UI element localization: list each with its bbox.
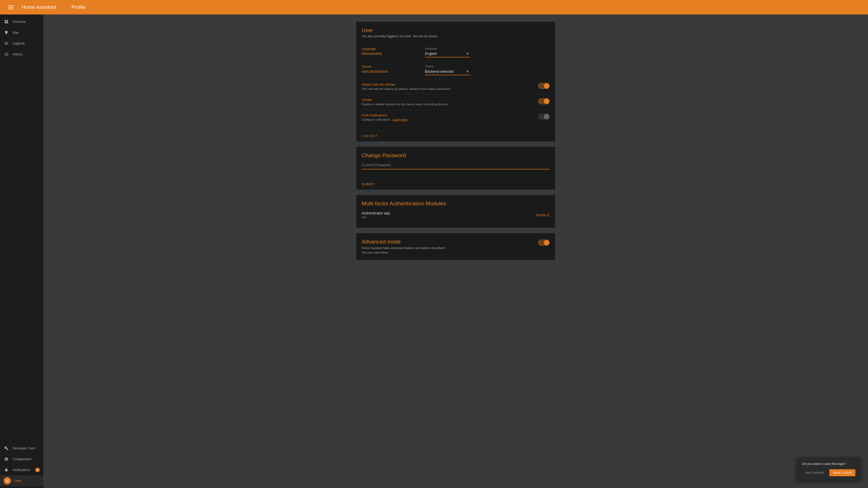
hide-sidebar-toggle[interactable] [538,83,550,89]
sidebar-item-configuration[interactable]: Configuration [0,454,43,464]
advanced-mode-toggle[interactable] [538,239,550,246]
vibrate-row: Vibrate Enable or disable vibration on t… [362,94,550,110]
advanced-mode-card-content: Advanced mode Home Assistant hides advan… [356,233,555,260]
vibrate-desc: Enable or disable vibration on this devi… [362,103,538,106]
menu-button[interactable] [0,0,22,14]
hide-sidebar-row: Always hide the sidebar This will hide t… [362,79,550,94]
notifications-badge: 1 [35,468,40,472]
history-icon [4,52,9,57]
sidebar-item-developer-tools[interactable]: Developer Tools [0,443,43,454]
push-notifications-row: Push Notifications Configure notify.html… [362,110,550,125]
save-login-popup: Do you want to save this login? NO THANK… [797,457,861,481]
advanced-mode-card: Advanced mode Home Assistant hides advan… [356,233,555,260]
top-bar: Home Assistant Profile [0,0,868,14]
theme-select-wrapper: Backend-selected default ▾ [425,69,470,75]
theme-label: Theme [362,65,425,68]
log-out-button[interactable]: LOG OUT [356,130,555,141]
sidebar-item-map[interactable]: Map [0,27,43,38]
app-title: Home Assistant [22,4,64,10]
svg-rect-0 [8,5,13,6]
user-card-content: User You are currently logged in as User… [356,22,555,130]
main-layout: Overview Map Logbook History [0,14,868,488]
sidebar-item-logbook[interactable]: Logbook [0,38,43,49]
theme-select[interactable]: Backend-selected default [425,70,466,73]
hide-sidebar-content: Always hide the sidebar This will hide t… [362,83,538,91]
svg-rect-2 [8,8,13,9]
sidebar-item-overview[interactable]: Overview [0,16,43,27]
logbook-icon [4,41,9,46]
mfa-enable-button[interactable]: ENABLE [536,213,550,217]
advanced-mode-title: Advanced mode [362,238,473,245]
push-notifications-content: Push Notifications Configure notify.html… [362,113,538,121]
current-password-wrap [362,160,550,173]
learn-about-themes-link[interactable]: Learn about themes [362,69,425,73]
page-title: Profile [64,4,86,10]
no-thanks-button[interactable]: NO THANKS [802,469,828,476]
user-card-subtitle: You are currently logged in as User. You… [362,34,550,38]
save-login-popup-text: Do you want to save this login? [802,462,855,466]
advanced-mode-row: Advanced mode Home Assistant hides advan… [362,238,550,255]
advanced-mode-toggle-thumb [544,240,549,246]
content-area: User You are currently logged in as User… [43,14,868,488]
change-password-card: Change Password SUBMIT [356,147,555,190]
push-notifications-toggle[interactable] [538,113,550,120]
push-notifications-desc: Configure notify.html5. Learn more [362,118,538,121]
language-label: Language [362,47,425,51]
user-avatar: U [4,477,11,484]
configuration-icon [4,456,9,462]
language-right: Language English Deutsch Français Españo… [425,47,550,57]
language-select-arrow: ▾ [467,51,469,56]
sidebar-item-user[interactable]: U User [0,475,43,486]
notifications-label: Notifications [13,468,30,472]
mfa-card-title: Multi-factor Authentication Modules [362,200,550,207]
save-login-button[interactable]: SAVE LOGIN [829,469,855,476]
current-password-input[interactable] [362,161,550,169]
advanced-mode-desc: Home Assistant hides advanced features a… [362,246,451,255]
save-login-popup-actions: NO THANKS SAVE LOGIN [802,469,855,476]
theme-row: Theme Learn about themes Theme Backend-s… [362,61,550,79]
sidebar-bottom: Developer Tools Configuration Notificati… [0,443,43,488]
vibrate-toggle-thumb [544,98,549,104]
language-select-label: Language [425,47,470,50]
sidebar-item-history[interactable]: History [0,49,43,60]
mfa-app-info: Authenticator app totp [362,211,390,219]
advanced-mode-left: Advanced mode Home Assistant hides advan… [362,238,473,255]
push-notif-learn-more-link[interactable]: Learn more [393,118,408,121]
user-card: User You are currently logged in as User… [356,22,555,141]
push-notifications-label: Push Notifications [362,113,538,117]
hide-sidebar-toggle-thumb [544,83,549,89]
user-label: User [14,479,21,483]
theme-left: Theme Learn about themes [362,65,425,73]
change-password-card-content: Change Password [356,147,555,178]
sidebar: Overview Map Logbook History [0,14,43,488]
logbook-label: Logbook [13,41,25,45]
submit-button[interactable]: SUBMIT [356,178,555,190]
map-icon [4,30,9,35]
mfa-name: Authenticator app [362,211,390,215]
sidebar-top: Overview Map Logbook History [0,14,43,443]
language-select[interactable]: English Deutsch Français Español [425,52,466,56]
language-row: Language Help translating Language Engli… [362,43,550,61]
developer-tools-icon [4,446,9,451]
vibrate-toggle[interactable] [538,98,550,104]
mfa-card-content: Multi-factor Authentication Modules Auth… [356,195,555,228]
push-notifications-toggle-thumb [544,114,549,119]
mfa-row: Authenticator app totp ENABLE [362,207,550,222]
help-translating-link[interactable]: Help translating [362,52,425,55]
change-password-title: Change Password [362,152,550,159]
language-left: Language Help translating [362,47,425,55]
map-label: Map [13,31,19,34]
developer-tools-label: Developer Tools [13,447,35,450]
theme-select-arrow: ▾ [467,69,469,74]
sidebar-item-notifications[interactable]: Notifications 1 [0,464,43,475]
notifications-icon [4,467,9,473]
hide-sidebar-desc: This will hide the sidebar by default, s… [362,87,538,91]
hide-sidebar-label: Always hide the sidebar [362,83,538,86]
overview-icon [4,19,9,24]
user-card-title: User [362,27,550,33]
configuration-label: Configuration [13,457,31,461]
history-label: History [13,53,23,56]
theme-select-label: Theme [425,65,470,68]
theme-right: Theme Backend-selected default ▾ [425,65,550,75]
vibrate-content: Vibrate Enable or disable vibration on t… [362,98,538,106]
